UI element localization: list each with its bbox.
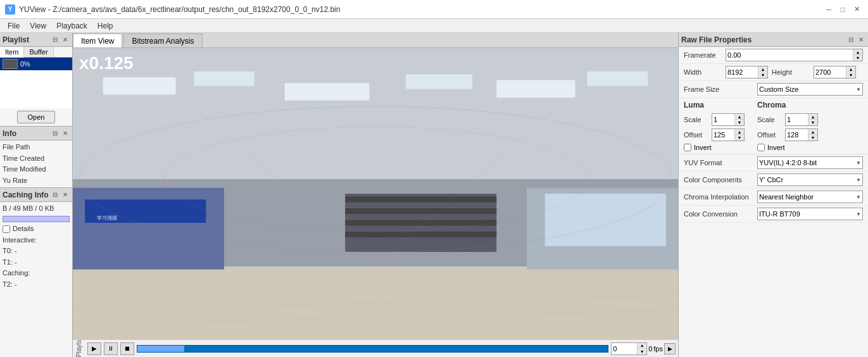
height-label: Height [772,68,810,76]
color-components-select[interactable]: Y' CbCr ▼ [757,173,863,186]
maximize-button[interactable]: □ [836,3,849,16]
caching-title: Caching Info [3,191,49,199]
raw-file-properties-header: Raw File Properties ⊟ ✕ [679,33,868,47]
color-components-label: Color Components [684,176,753,184]
play-button[interactable]: ▶ [87,342,101,355]
height-spinner[interactable]: ▲ ▼ [814,66,856,78]
luma-scale-row: Scale ▲ ▼ [684,113,745,126]
video-canvas: 学习强国 [73,48,678,339]
frame-size-select[interactable]: Custom Size ▼ [757,83,863,96]
luma-offset-down[interactable]: ▼ [735,135,744,141]
color-components-row: Color Components Y' CbCr ▼ [679,172,868,189]
chroma-scale-up[interactable]: ▲ [808,114,817,120]
luma-scale-up[interactable]: ▲ [735,114,744,120]
svg-rect-13 [345,197,496,203]
height-input[interactable] [814,66,846,78]
stop-button[interactable]: ⏹ [120,342,134,355]
height-up-button[interactable]: ▲ [846,66,855,72]
luma-offset-up[interactable]: ▲ [735,129,744,135]
chroma-scale-input[interactable] [786,114,808,125]
chroma-scale-btns: ▲ ▼ [808,114,817,125]
yuv-format-label: YUV Format [684,159,753,166]
open-button[interactable]: Open [17,111,56,123]
info-pin-button[interactable]: ⊟ [51,129,60,137]
center-panel: Item View Bitstream Analysis x0.125 [73,33,678,357]
width-down-button[interactable]: ▼ [758,72,767,78]
frame-up-button[interactable]: ▲ [638,343,646,349]
frame-down-button[interactable]: ▼ [638,349,646,354]
chroma-title: Chroma [757,101,818,110]
title-text: YUView - Z:/camera_avs/avs_data/6x_rectl… [19,5,340,14]
chroma-scale-spinner[interactable]: ▲ ▼ [785,113,818,126]
luma-col: Luma Scale ▲ ▼ Offset [684,101,745,151]
chroma-interp-select[interactable]: Nearest Neighbor ▼ [757,191,863,203]
frame-size-label: Frame Size [684,85,753,93]
framerate-up-button[interactable]: ▲ [853,49,862,55]
caching-close-button[interactable]: ✕ [61,191,70,199]
yuv-format-select[interactable]: YUV(IL) 4:2:0 8-bit ▼ [757,156,863,169]
caching-header: Caching Info ⊟ ✕ [0,188,72,202]
framerate-down-button[interactable]: ▼ [853,55,862,61]
chroma-scale-down[interactable]: ▼ [808,120,817,125]
playlist-item-thumb [3,59,18,69]
luma-invert-checkbox[interactable] [684,144,691,151]
framerate-input[interactable] [726,49,853,61]
luma-offset-spinner[interactable]: ▲ ▼ [712,128,745,141]
color-components-value: Y' CbCr [759,176,783,184]
width-input[interactable] [726,66,758,78]
frame-input[interactable] [612,343,637,354]
right-panel-close-button[interactable]: ✕ [857,35,865,44]
width-spinner[interactable]: ▲ ▼ [726,66,768,78]
caching-content: B / 49 MB / 0 KB Details Interactive: T0… [0,202,72,291]
raw-file-properties-title: Raw File Properties [681,35,752,44]
caching-t1: T1: - [3,257,70,268]
svg-rect-6 [588,72,648,86]
window-controls: ─ □ ✕ [822,3,863,16]
framerate-spinner[interactable]: ▲ ▼ [726,49,863,61]
side-label: PlayIs [75,340,82,357]
playlist-pin-button[interactable]: ⊟ [51,35,60,44]
nav-right-button[interactable]: ▶ [664,343,676,354]
title-bar-left: Y YUView - Z:/camera_avs/avs_data/6x_rec… [5,4,340,15]
tab-item-view[interactable]: Item View [73,34,122,47]
chroma-offset-down[interactable]: ▼ [808,135,817,141]
svg-rect-14 [345,208,496,214]
tab-bitstream-analysis[interactable]: Bitstream Analysis [123,34,202,47]
chroma-invert-checkbox[interactable] [757,144,765,151]
right-panel-pin-button[interactable]: ⊟ [846,35,855,44]
frame-spinner[interactable]: ▲ ▼ [611,342,647,355]
progress-bar[interactable] [137,345,608,353]
minimize-button[interactable]: ─ [822,3,835,16]
chroma-offset-spinner[interactable]: ▲ ▼ [785,128,818,141]
menu-view[interactable]: View [25,20,51,32]
menu-file[interactable]: File [3,20,25,32]
width-label: Width [684,68,722,76]
caching-details-checkbox[interactable] [3,225,10,233]
playlist-close-button[interactable]: ✕ [61,35,70,44]
playlist-tab-buffer[interactable]: Buffer [24,47,53,57]
luma-chroma-section: Luma Scale ▲ ▼ Offset [679,98,868,154]
svg-rect-5 [496,80,575,98]
width-up-button[interactable]: ▲ [758,66,767,72]
info-time-created: Time Created [3,153,70,165]
chroma-offset-input[interactable] [786,129,808,141]
luma-scale-spinner[interactable]: ▲ ▼ [712,113,745,126]
playlist-tab-item[interactable]: Item [0,47,24,58]
close-button[interactable]: ✕ [850,3,863,16]
luma-scale-input[interactable] [712,114,734,125]
color-conversion-select[interactable]: ITU-R BT709 ▼ [757,208,863,220]
height-down-button[interactable]: ▼ [846,72,855,78]
luma-offset-input[interactable] [712,129,734,141]
chroma-col: Chroma Scale ▲ ▼ Offset [757,101,818,151]
menu-playback[interactable]: Playback [51,20,92,32]
luma-scale-down[interactable]: ▼ [735,120,744,125]
menu-help[interactable]: Help [92,20,118,32]
yuv-format-dropdown-arrow: ▼ [856,160,861,166]
video-area[interactable]: x0.125 学习强国 [73,48,678,339]
pause-button[interactable]: ⏸ [104,342,118,355]
info-close-button[interactable]: ✕ [61,129,70,137]
caching-pin-button[interactable]: ⊟ [51,191,60,199]
frame-size-dropdown-arrow: ▼ [856,87,861,92]
chroma-offset-up[interactable]: ▲ [808,129,817,135]
chroma-offset-row: Offset ▲ ▼ [757,128,818,141]
